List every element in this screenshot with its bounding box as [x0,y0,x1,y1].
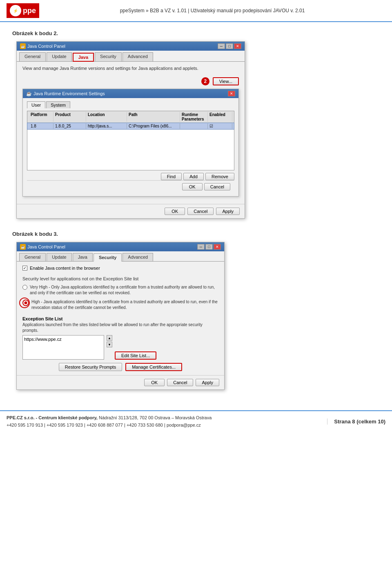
dialog1-tabs: General Update Java Security Advanced [17,51,245,62]
cancel-button-2[interactable]: Cancel [167,379,193,386]
footer-company: PPE.CZ s.r.o. - Centrum klientské podpor… [7,414,212,422]
enable-java-row: ✓ Enable Java content in the browser [22,266,218,271]
dialog2-titlebar: ☕ Java Control Panel ─ □ ✕ [17,242,224,251]
section2-label: Obrázek k bodu 3. [12,231,380,237]
table-buttons: Find Add Remove [27,173,234,180]
cancel-button[interactable]: Cancel [187,208,214,215]
tab2-general[interactable]: General [19,253,46,261]
radio-high[interactable]: High - Java applications identified by a… [22,299,218,311]
edit-site-button[interactable]: Edit Site List... [115,351,156,360]
dialog2-footer: OK Cancel Apply [17,375,224,389]
maximize-button[interactable]: □ [226,43,233,49]
dialog2-tabs: General Update Java Security Advanced [17,251,224,262]
dialog2-body: ✓ Enable Java content in the browser Sec… [17,262,224,375]
cell-enabled: ☑ [208,123,232,129]
tab2-security[interactable]: Security [94,253,122,262]
close-button[interactable]: ✕ [234,43,241,49]
exception-desc: Applications launched from the sites lis… [22,322,218,333]
cell-path: C:\Program Files (x86... [127,123,180,129]
cell-params [180,123,208,129]
dialog1-body: View and manage Java Runtime versions an… [17,62,245,204]
dialog1-title: Java Control Panel [27,44,65,49]
dialog1-description: View and manage Java Runtime versions an… [22,66,198,71]
titlebar-left: ☕ Java Control Panel [20,43,65,49]
tab2-advanced[interactable]: Advanced [122,253,153,261]
exception-site: https://www.ppe.cz [24,337,62,342]
exception-list-area: https://www.ppe.cz ▲ ▼ Edit Site List... [22,335,218,360]
cell-location: http://java.s... [86,123,127,129]
inner-cancel-button[interactable]: Cancel [204,183,230,190]
titlebar-buttons: ─ □ ✕ [218,43,241,49]
inner-ok-button[interactable]: OK [182,183,203,190]
col-product: Product [53,112,86,122]
dialog2-title: Java Control Panel [27,244,65,249]
tab-security[interactable]: Security [95,52,122,61]
security-level-label: Security level for applications not on t… [22,276,218,281]
subtab-user[interactable]: User [27,101,45,108]
tab2-update[interactable]: Update [47,253,71,261]
ok-button-2[interactable]: OK [144,379,165,386]
table-row[interactable]: 1.8 1.8.0_25 http://java.s... C:\Program… [27,123,234,130]
footer-left: PPE.CZ s.r.o. - Centrum klientské podpor… [7,414,212,429]
radio-circle-2 [22,300,29,306]
radio-text-1: Very High - Only Java applications ident… [30,284,218,296]
java-icon-2: ☕ [20,244,26,250]
dialog1-footer: OK Cancel Apply [17,204,245,218]
maximize-button-2[interactable]: □ [205,244,213,250]
main-content: Obrázek k bodu 2. ☕ Java Control Panel ─… [0,22,392,402]
header-title: ppeSystem » B2B a VZ v. 1.01 | Uživatels… [39,8,385,13]
list-scrollbar: ▲ ▼ [107,335,112,347]
page-header: ⚡ ppe ppeSystem » B2B a VZ v. 1.01 | Uži… [0,0,392,22]
dialog1-container: ☕ Java Control Panel ─ □ ✕ General Updat… [16,41,245,219]
inner-dialog-titlebar: ☕ Java Runtime Environment Settings ✕ [23,89,238,98]
radio-very-high[interactable]: Very High - Only Java applications ident… [22,284,218,296]
close-button-2[interactable]: ✕ [214,244,221,250]
inner-dialog: ☕ Java Runtime Environment Settings ✕ Us… [22,89,239,197]
ok-button[interactable]: OK [165,208,185,215]
view-button[interactable]: View... [213,77,239,85]
col-location: Location [86,112,127,122]
add-button[interactable]: Add [183,173,204,180]
footer-company-text: PPE.CZ s.r.o. - Centrum klientské podpor… [7,415,98,420]
enable-java-checkbox[interactable]: ✓ [22,266,27,271]
tab-advanced[interactable]: Advanced [122,52,153,61]
bottom-buttons-row: Restore Security Prompts Manage Certific… [22,363,218,371]
enable-java-label: Enable Java content in the browser [30,266,100,271]
remove-button[interactable]: Remove [205,173,234,180]
page-footer: PPE.CZ s.r.o. - Centrum klientské podpor… [0,410,392,432]
tab-update[interactable]: Update [47,52,71,61]
footer-address: Nádražní 3113/128, 702 00 Ostrava – Mora… [99,415,212,420]
col-enabled: Enabled [208,112,232,122]
subtab-system[interactable]: System [46,101,70,108]
tab-java[interactable]: Java [73,53,94,62]
footer-phones: +420 595 170 913 | +420 595 170 923 | +4… [7,422,212,429]
minimize-button-2[interactable]: ─ [197,244,205,250]
logo-icon: ⚡ [10,5,21,16]
dialog2-container: ☕ Java Control Panel ─ □ ✕ General Updat… [16,242,225,390]
table-empty-area [27,130,234,170]
java-icon: ☕ [20,43,26,49]
inner-dialog-footer: OK Cancel [27,180,234,193]
table-header: Platform Product Location Path Runtime P… [27,111,234,123]
scroll-down-btn[interactable]: ▼ [107,342,112,347]
find-button[interactable]: Find [161,173,182,180]
apply-button[interactable]: Apply [216,208,240,215]
exception-list-box[interactable]: https://www.ppe.cz [22,335,104,360]
col-platform: Platform [29,112,53,122]
minimize-button[interactable]: ─ [218,43,225,49]
tab-general[interactable]: General [19,52,46,61]
tab2-java[interactable]: Java [73,253,93,261]
logo: ⚡ ppe [7,3,39,18]
scroll-up-btn[interactable]: ▲ [107,335,112,341]
cell-platform: 1.8 [29,123,53,129]
inner-dialog-body: User System Platform Product Location Pa… [23,98,238,196]
restore-security-button[interactable]: Restore Security Prompts [59,363,122,371]
exception-label: Exception Site List [22,316,218,321]
apply-button-2[interactable]: Apply [196,379,219,386]
exception-section: Exception Site List Applications launche… [22,316,218,371]
inner-close-button[interactable]: ✕ [228,91,235,96]
view-btn-row: 2 View... [22,77,239,85]
subtabs: User System [27,101,234,108]
manage-certificates-button[interactable]: Manage Certificates... [125,363,182,371]
radio-text-2: High - Java applications identified by a… [31,299,218,311]
